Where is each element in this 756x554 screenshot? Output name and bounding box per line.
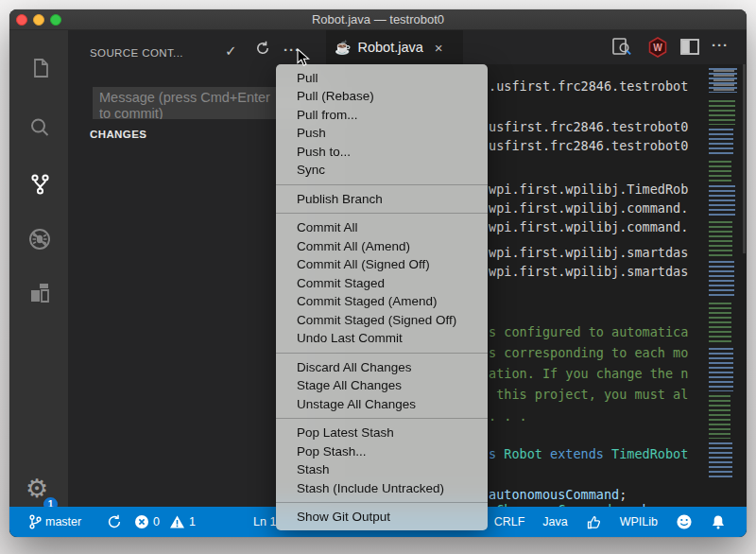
menu-separator (276, 502, 488, 503)
explorer-icon[interactable] (27, 56, 52, 80)
split-editor-icon[interactable] (678, 35, 702, 60)
search-in-file-icon[interactable] (610, 35, 634, 60)
menu-item-commit-all-amend[interactable]: Commit All (Amend) (276, 237, 488, 256)
code-line: usfirst.frc2846.testrobot0 (489, 117, 688, 136)
menu-item-pop-stash[interactable]: Pop Stash... (276, 442, 488, 461)
code-line: usfirst.frc2846.testrobot0 (489, 136, 688, 155)
language-indicator[interactable]: Java (542, 515, 567, 528)
menu-item-sync[interactable]: Sync (276, 161, 488, 180)
code-area[interactable]: .usfirst.frc2846.testrobotusfirst.frc284… (489, 64, 696, 507)
code-line: wpi.first.wpilibj.TimedRob (489, 180, 688, 199)
menu-item-commit-all[interactable]: Commit All (276, 218, 488, 237)
code-line: eChooser<Command> chooser (489, 500, 688, 507)
problems-indicator[interactable]: 0 1 (134, 507, 196, 537)
code-line: this project, you must al (489, 385, 688, 404)
wpilib-icon[interactable]: W (645, 35, 670, 60)
menu-item-stage-all-changes[interactable]: Stage All Changes (276, 376, 488, 395)
code-line: wpi.first.wpilibj.smartdas (489, 262, 688, 281)
cursor-position-indicator[interactable]: Ln 1 (253, 507, 276, 537)
minimap[interactable] (706, 64, 743, 507)
notifications-bell-icon[interactable] (711, 514, 726, 530)
panel-title: SOURCE CONT... (90, 47, 183, 59)
titlebar[interactable]: Robot.java — testrobot0 (9, 9, 747, 30)
editor-scrollbar[interactable] (743, 64, 746, 253)
code-line: s configured to automatica (489, 322, 688, 341)
menu-item-stash-include-untracked[interactable]: Stash (Include Untracked) (276, 479, 488, 498)
source-control-icon[interactable] (27, 172, 52, 197)
extensions-icon[interactable] (27, 281, 52, 305)
commit-check-icon[interactable]: ✓ (225, 43, 237, 60)
svg-text:W: W (653, 43, 662, 53)
changes-section-header[interactable]: CHANGES (90, 129, 146, 140)
menu-separator (276, 184, 488, 185)
tab-robot-java[interactable]: ☕ Robot.java × (326, 30, 463, 64)
menu-item-undo-last-commit[interactable]: Undo Last Commit (276, 329, 488, 348)
code-line: s Robot extends TimedRobot (489, 444, 688, 463)
code-line: ation. If you change the n (489, 364, 688, 383)
editor-more-actions-icon[interactable]: ··· (712, 33, 736, 58)
vscode-window: Robot.java — testrobot0 ⚙ 1 SOURCE CONT.… (9, 9, 747, 537)
branch-icon (28, 514, 42, 529)
menu-item-pop-latest-stash[interactable]: Pop Latest Stash (276, 424, 488, 442)
menu-item-publish-branch[interactable]: Publish Branch (276, 190, 488, 209)
menu-item-pull-from[interactable]: Pull from... (276, 106, 488, 125)
mouse-cursor (297, 48, 310, 67)
sync-button[interactable] (107, 507, 122, 537)
menu-item-stash[interactable]: Stash (276, 460, 488, 479)
code-line: wpi.first.wpilibj.command. (489, 217, 688, 236)
menu-item-commit-staged-amend[interactable]: Commit Staged (Amend) (276, 292, 488, 311)
menu-item-commit-staged-signed-off[interactable]: Commit Staged (Signed Off) (276, 311, 488, 330)
code-line: wpi.first.wpilibj.command. (489, 199, 688, 217)
wpilib-status-item[interactable]: WPILib (620, 515, 658, 528)
debug-disabled-icon[interactable] (27, 227, 52, 251)
eol-indicator[interactable]: CRLF (494, 515, 525, 528)
tab-bar: ☕ Robot.java × W ··· (326, 30, 747, 64)
menu-item-pull[interactable]: Pull (276, 69, 488, 88)
menu-separator (276, 213, 488, 214)
branch-name: master (45, 515, 81, 528)
code-line: wpi.first.wpilibj.smartdas (489, 243, 688, 262)
git-context-menu: PullPull (Rebase)Pull from...PushPush to… (276, 64, 488, 530)
menu-item-pull-rebase[interactable]: Pull (Rebase) (276, 87, 488, 106)
code-line: . . . (489, 407, 527, 425)
error-count: 0 (153, 515, 160, 528)
git-branch-indicator[interactable]: master (28, 507, 81, 537)
window-title: Robot.java — testrobot0 (9, 9, 747, 30)
feedback-smiley-icon[interactable] (676, 513, 693, 530)
tab-label: Robot.java (357, 40, 422, 55)
menu-item-discard-all-changes[interactable]: Discard All Changes (276, 358, 488, 377)
code-line: s corresponding to each mo (489, 343, 688, 362)
menu-separator (276, 418, 488, 419)
menu-item-show-git-output[interactable]: Show Git Output (276, 508, 488, 527)
menu-item-unstage-all-changes[interactable]: Unstage All Changes (276, 395, 488, 414)
activity-bar: ⚙ 1 (9, 30, 68, 507)
warning-icon (169, 514, 185, 529)
code-line: .usfirst.frc2846.testrobot (489, 77, 688, 95)
menu-item-commit-staged[interactable]: Commit Staged (276, 274, 488, 293)
menu-item-commit-all-signed-off[interactable]: Commit All (Signed Off) (276, 255, 488, 274)
java-file-icon: ☕ (335, 40, 351, 55)
menu-item-push[interactable]: Push (276, 124, 488, 143)
feedback-thumb-icon[interactable] (586, 514, 602, 530)
warning-count: 1 (189, 515, 196, 528)
tab-close-icon[interactable]: × (435, 40, 443, 56)
menu-separator (276, 353, 488, 354)
error-icon (134, 514, 149, 529)
menu-item-push-to[interactable]: Push to... (276, 143, 488, 162)
refresh-icon[interactable] (255, 41, 270, 59)
search-icon[interactable] (27, 115, 52, 140)
